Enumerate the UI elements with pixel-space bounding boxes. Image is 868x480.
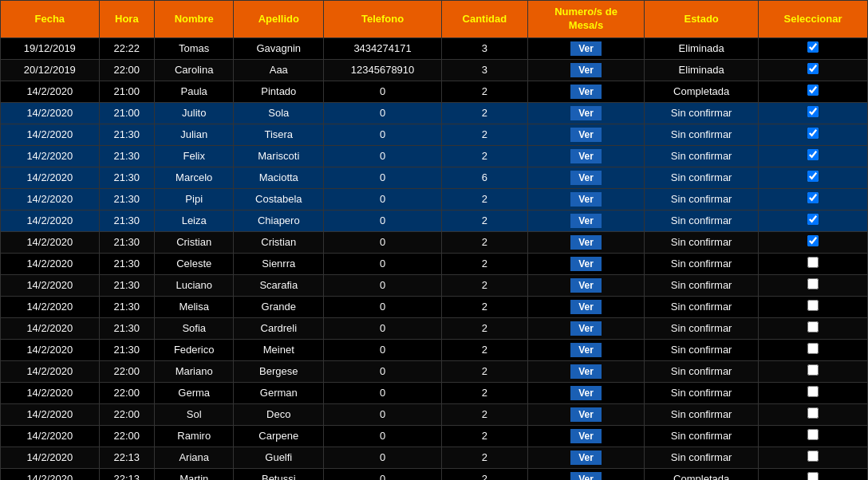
ver-button[interactable]: Ver xyxy=(570,41,602,56)
cell-ver[interactable]: Ver xyxy=(527,339,644,360)
cell-telefono: 0 xyxy=(324,253,442,274)
cell-estado: Sin confirmar xyxy=(645,274,759,296)
cell-seleccionar[interactable] xyxy=(759,339,868,360)
cell-ver[interactable]: Ver xyxy=(527,124,644,145)
cell-seleccionar[interactable] xyxy=(759,188,868,210)
ver-button[interactable]: Ver xyxy=(570,235,602,250)
cell-seleccionar[interactable] xyxy=(759,81,868,102)
cell-nombre: Paula xyxy=(154,81,233,102)
select-checkbox[interactable] xyxy=(807,257,819,268)
cell-ver[interactable]: Ver xyxy=(527,403,644,425)
ver-button[interactable]: Ver xyxy=(570,106,602,120)
select-checkbox[interactable] xyxy=(807,300,819,311)
ver-button[interactable]: Ver xyxy=(570,214,602,228)
cell-cantidad: 3 xyxy=(441,37,527,59)
select-checkbox[interactable] xyxy=(807,41,819,53)
cell-seleccionar[interactable] xyxy=(759,253,868,274)
select-checkbox[interactable] xyxy=(807,63,819,74)
select-checkbox[interactable] xyxy=(807,128,819,139)
cell-seleccionar[interactable] xyxy=(759,145,868,167)
cell-seleccionar[interactable] xyxy=(759,360,868,382)
cell-ver[interactable]: Ver xyxy=(527,210,644,231)
ver-button[interactable]: Ver xyxy=(570,128,602,142)
cell-seleccionar[interactable] xyxy=(759,124,868,145)
cell-ver[interactable]: Ver xyxy=(527,231,644,253)
cell-ver[interactable]: Ver xyxy=(527,37,644,59)
ver-button[interactable]: Ver xyxy=(570,85,602,99)
cell-seleccionar[interactable] xyxy=(759,296,868,317)
select-checkbox[interactable] xyxy=(807,450,819,462)
select-checkbox[interactable] xyxy=(807,364,819,376)
select-checkbox[interactable] xyxy=(807,106,819,117)
select-checkbox[interactable] xyxy=(807,343,819,354)
cell-ver[interactable]: Ver xyxy=(527,81,644,102)
select-checkbox[interactable] xyxy=(807,171,819,182)
cell-seleccionar[interactable] xyxy=(759,317,868,339)
cell-cantidad: 2 xyxy=(441,210,527,231)
select-checkbox[interactable] xyxy=(807,235,819,246)
cell-seleccionar[interactable] xyxy=(759,382,868,403)
cell-seleccionar[interactable] xyxy=(759,403,868,425)
cell-ver[interactable]: Ver xyxy=(527,188,644,210)
ver-button[interactable]: Ver xyxy=(570,300,602,314)
cell-ver[interactable]: Ver xyxy=(527,317,644,339)
cell-apellido: Tisera xyxy=(234,124,324,145)
cell-seleccionar[interactable] xyxy=(759,167,868,188)
ver-button[interactable]: Ver xyxy=(570,450,602,465)
cell-ver[interactable]: Ver xyxy=(527,145,644,167)
ver-button[interactable]: Ver xyxy=(570,278,602,293)
select-checkbox[interactable] xyxy=(807,149,819,160)
cell-fecha: 14/2/2020 xyxy=(1,339,100,360)
cell-seleccionar[interactable] xyxy=(759,37,868,59)
ver-button[interactable]: Ver xyxy=(570,257,602,271)
ver-button[interactable]: Ver xyxy=(570,149,602,163)
cell-cantidad: 2 xyxy=(441,253,527,274)
ver-button[interactable]: Ver xyxy=(570,429,602,443)
ver-button[interactable]: Ver xyxy=(570,407,602,422)
cell-seleccionar[interactable] xyxy=(759,274,868,296)
cell-ver[interactable]: Ver xyxy=(527,296,644,317)
select-checkbox[interactable] xyxy=(807,321,819,332)
cell-cantidad: 2 xyxy=(441,124,527,145)
ver-button[interactable]: Ver xyxy=(570,192,602,207)
cell-seleccionar[interactable] xyxy=(759,231,868,253)
select-checkbox[interactable] xyxy=(807,472,819,480)
cell-nombre: Julito xyxy=(154,102,233,124)
cell-ver[interactable]: Ver xyxy=(527,253,644,274)
ver-button[interactable]: Ver xyxy=(570,472,602,480)
reservations-table: Fecha Hora Nombre Apellido Telefono Cant… xyxy=(0,0,868,480)
ver-button[interactable]: Ver xyxy=(570,386,602,400)
cell-ver[interactable]: Ver xyxy=(527,360,644,382)
cell-seleccionar[interactable] xyxy=(759,447,868,468)
cell-seleccionar[interactable] xyxy=(759,468,868,480)
ver-button[interactable]: Ver xyxy=(570,343,602,357)
select-checkbox[interactable] xyxy=(807,278,819,289)
cell-seleccionar[interactable] xyxy=(759,425,868,447)
cell-ver[interactable]: Ver xyxy=(527,447,644,468)
ver-button[interactable]: Ver xyxy=(570,364,602,379)
cell-hora: 22:00 xyxy=(99,59,154,81)
cell-ver[interactable]: Ver xyxy=(527,102,644,124)
cell-ver[interactable]: Ver xyxy=(527,468,644,480)
ver-button[interactable]: Ver xyxy=(570,321,602,336)
select-checkbox[interactable] xyxy=(807,192,819,203)
select-checkbox[interactable] xyxy=(807,214,819,225)
cell-seleccionar[interactable] xyxy=(759,102,868,124)
select-checkbox[interactable] xyxy=(807,85,819,96)
cell-hora: 21:30 xyxy=(99,210,154,231)
select-checkbox[interactable] xyxy=(807,386,819,397)
cell-cantidad: 2 xyxy=(441,317,527,339)
ver-button[interactable]: Ver xyxy=(570,171,602,185)
cell-ver[interactable]: Ver xyxy=(527,425,644,447)
select-checkbox[interactable] xyxy=(807,407,819,419)
cell-ver[interactable]: Ver xyxy=(527,167,644,188)
select-checkbox[interactable] xyxy=(807,429,819,440)
cell-fecha: 14/2/2020 xyxy=(1,124,100,145)
cell-ver[interactable]: Ver xyxy=(527,382,644,403)
cell-nombre: Martin xyxy=(154,468,233,480)
cell-ver[interactable]: Ver xyxy=(527,274,644,296)
ver-button[interactable]: Ver xyxy=(570,63,602,77)
cell-seleccionar[interactable] xyxy=(759,59,868,81)
cell-ver[interactable]: Ver xyxy=(527,59,644,81)
cell-seleccionar[interactable] xyxy=(759,210,868,231)
